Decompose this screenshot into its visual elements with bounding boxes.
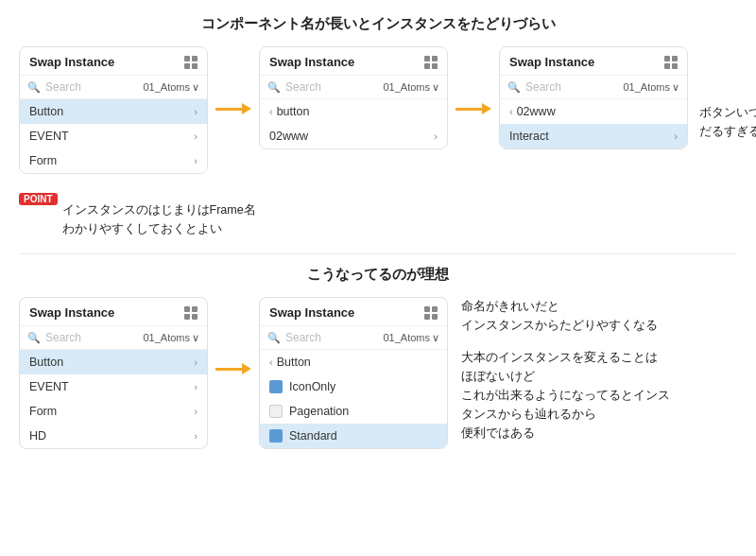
panel-2-search[interactable]: 🔍 Search 01_Atoms ∨ [260, 76, 447, 99]
panel-1-search[interactable]: 🔍 Search 01_Atoms ∨ [20, 76, 207, 99]
chevron-icon: › [194, 106, 198, 117]
chevron-icon: › [434, 130, 438, 142]
panel-1-header: Swap Instance [20, 47, 207, 76]
panel-2-title: Swap Instance [269, 55, 354, 69]
grid-icon-2 [424, 56, 438, 69]
panel-4-title: Swap Instance [29, 305, 114, 320]
panel-1-item-1[interactable]: EVENT › [20, 124, 207, 148]
search-icon-2: 🔍 [267, 81, 281, 94]
panel-4-item-2[interactable]: Form › [20, 399, 207, 424]
arrow-3 [208, 363, 259, 374]
panel-5-item-2[interactable]: Pagenation [260, 399, 447, 424]
arrow-yellow-2 [455, 103, 491, 114]
panel-1-item-2[interactable]: Form › [20, 148, 207, 173]
panel-2: Swap Instance 🔍 Search 01_Atoms ∨ ‹ butt… [259, 46, 448, 149]
panel-5-item-3[interactable]: Standard [260, 424, 447, 448]
arrow-yellow-3 [215, 363, 251, 374]
panel-3-header: Swap Instance [500, 47, 687, 76]
panel-2-item-1[interactable]: 02www › [260, 124, 447, 148]
grid-icon-5 [424, 306, 438, 320]
search-icon-3: 🔍 [507, 81, 521, 94]
panel-4-item-1[interactable]: EVENT › [20, 374, 207, 399]
panel-5-search[interactable]: 🔍 Search 01_Atoms ∨ [260, 326, 447, 350]
panel-5-search-placeholder: Search [285, 331, 378, 344]
panel-3-search-placeholder: Search [525, 80, 618, 94]
chevron-icon: › [194, 130, 198, 142]
item-left-2: Pagenation [269, 405, 349, 418]
search-icon-4: 🔍 [27, 332, 41, 344]
arrow-yellow-1 [215, 103, 251, 114]
panel-4-header: Swap Instance [20, 298, 207, 326]
panel-4-search[interactable]: 🔍 Search 01_Atoms ∨ [20, 326, 207, 350]
search-icon-1: 🔍 [27, 81, 41, 94]
panel-3-item-1[interactable]: Interact › [500, 124, 687, 148]
panel-5: Swap Instance 🔍 Search 01_Atoms ∨ ‹ Butt… [259, 297, 448, 449]
section-divider [19, 253, 737, 254]
point-text: インスタンスのはじまりはFrame名 わかりやすくしておくとよい [62, 200, 256, 238]
panel-1-item-0[interactable]: Button › [20, 99, 207, 124]
panel-3: Swap Instance 🔍 Search 01_Atoms ∨ ‹ 02ww… [499, 46, 688, 149]
grid-icon-3 [664, 56, 678, 69]
chevron-icon: › [194, 430, 198, 442]
panel-1-title: Swap Instance [29, 55, 114, 69]
top-section-title: コンポーネント名が長いとインスタンスをたどりづらい [19, 15, 737, 33]
panel-4-search-placeholder: Search [45, 331, 138, 344]
pagenation-color [269, 405, 283, 418]
panel-1-atoms-badge: 01_Atoms ∨ [143, 81, 199, 94]
panel-4-item-0[interactable]: Button › [20, 350, 207, 374]
chevron-icon: › [674, 130, 678, 142]
panel-1: Swap Instance 🔍 Search 01_Atoms ∨ Button… [19, 46, 208, 174]
panel-5-atoms-badge: 01_Atoms ∨ [383, 332, 439, 344]
panel-5-header: Swap Instance [260, 298, 447, 326]
panel-3-search[interactable]: 🔍 Search 01_Atoms ∨ [500, 76, 687, 99]
panel-1-search-placeholder: Search [45, 80, 138, 94]
standard-color [269, 429, 283, 443]
arrow-1 [208, 103, 259, 114]
panel-4-atoms-badge: 01_Atoms ∨ [143, 332, 199, 344]
panel-5-item-1[interactable]: IconOnly [260, 374, 447, 399]
chevron-icon: › [194, 381, 198, 392]
icon-only-color [269, 380, 283, 393]
panel-3-item-0[interactable]: ‹ 02www [500, 99, 687, 124]
panel-3-title: Swap Instance [509, 55, 594, 69]
grid-icon-1 [184, 56, 198, 69]
item-left-3: Standard [269, 429, 337, 443]
panel-3-atoms-badge: 01_Atoms ∨ [623, 81, 679, 94]
bottom-annotation-2: 大本のインスタンスを変えることは ほぼないけど これが出来るようになってるとイン… [461, 348, 679, 443]
grid-icon-4 [184, 306, 198, 320]
panel-2-atoms-badge: 01_Atoms ∨ [383, 81, 439, 94]
panel-2-header: Swap Instance [260, 47, 447, 76]
panel-5-item-0[interactable]: ‹ Button [260, 350, 447, 374]
bottom-section-title: こうなってるのが理想 [19, 266, 737, 284]
search-icon-5: 🔍 [267, 332, 281, 344]
panel-4-item-3[interactable]: HD › [20, 424, 207, 448]
point-section: POINT インスタンスのはじまりはFrame名 わかりやすくしておくとよい [19, 193, 737, 238]
point-badge: POINT [19, 193, 58, 205]
arrow-2 [448, 103, 499, 114]
panel-2-search-placeholder: Search [285, 80, 378, 94]
chevron-icon: › [194, 406, 198, 417]
chevron-icon: › [194, 155, 198, 166]
bottom-annotation-1: 命名がきれいだと インスタンスからたどりやすくなる [461, 297, 679, 335]
item-left-1: IconOnly [269, 380, 335, 393]
bottom-annotations: 命名がきれいだと インスタンスからたどりやすくなる 大本のインスタンスを変えるこ… [461, 297, 679, 443]
panel-5-title: Swap Instance [269, 305, 354, 320]
top-annotation: ボタンいつでんねん!!状態になる だるすぎるのでまず使わない [699, 103, 756, 141]
panel-4: Swap Instance 🔍 Search 01_Atoms ∨ Button… [19, 297, 208, 449]
panel-2-item-0[interactable]: ‹ button [260, 99, 447, 124]
chevron-icon: › [194, 356, 198, 368]
